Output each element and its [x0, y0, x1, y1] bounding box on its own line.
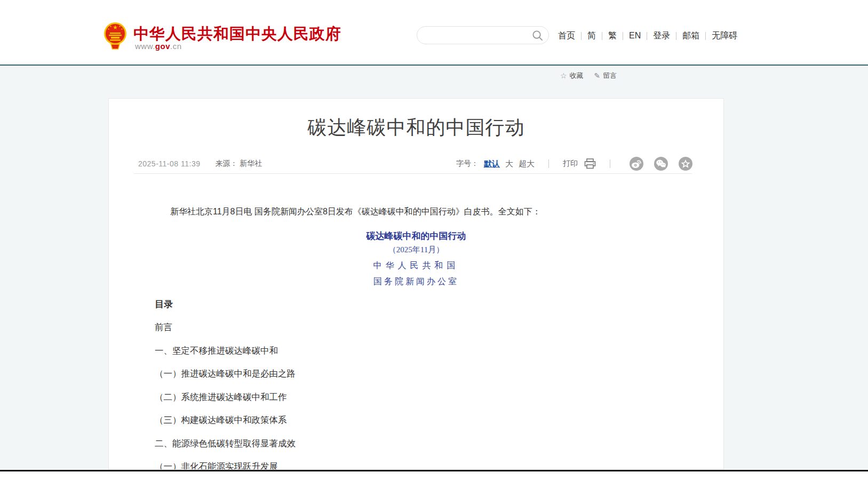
nav-home[interactable]: 首页: [558, 30, 581, 42]
toc-item: 前言: [155, 316, 296, 339]
meta-separator: [610, 159, 610, 168]
meta-divider: [134, 173, 692, 174]
source-value[interactable]: 新华社: [240, 159, 262, 167]
favorite-label: 收藏: [570, 71, 584, 81]
article-card: 碳达峰碳中和的中国行动 2025-11-08 11:39 来源： 新华社 字号：…: [108, 98, 724, 470]
national-emblem-logo[interactable]: [103, 21, 128, 51]
font-size-xlarge[interactable]: 超大: [519, 159, 535, 169]
toc-item: （二）系统推进碳达峰碳中和工作: [155, 386, 296, 409]
font-size-large[interactable]: 大: [505, 159, 513, 169]
search-icon[interactable]: [532, 30, 543, 41]
article-title: 碳达峰碳中和的中国行动: [109, 115, 723, 141]
toc-item: 二、能源绿色低碳转型取得显著成效: [155, 432, 296, 455]
toc-item: （一）非化石能源实现跃升发展: [155, 455, 296, 470]
pencil-icon: ✎: [594, 71, 601, 80]
search-box[interactable]: [417, 26, 549, 44]
weibo-icon: [630, 157, 643, 171]
toc-item: 一、坚定不移推进碳达峰碳中和: [155, 339, 296, 363]
page-actions: ☆ 收藏 ✎ 留言: [560, 71, 617, 81]
page: 中华人民共和国中央人民政府 www.gov.cn 首页 简 繁 EN 登录 邮箱…: [0, 0, 868, 488]
main-area: ☆ 收藏 ✎ 留言 碳达峰碳中和的中国行动 2025-11-08 11:39 来…: [0, 67, 868, 470]
url-prefix: www.: [135, 42, 155, 51]
article-meta-bar: 2025-11-08 11:39 来源： 新华社 字号： 默认 大 超大 打印: [138, 156, 692, 171]
table-of-contents: 前言 一、坚定不移推进碳达峰碳中和 （一）推进碳达峰碳中和是必由之路 （二）系统…: [155, 316, 296, 470]
print-button[interactable]: 打印: [563, 159, 578, 169]
toc-item: （一）推进碳达峰碳中和是必由之路: [155, 362, 296, 386]
top-navigation: 首页 简 繁 EN 登录 邮箱 无障碍: [558, 29, 743, 42]
font-size-label: 字号：: [456, 159, 479, 169]
window-bottom-edge: [0, 470, 868, 471]
nav-login[interactable]: 登录: [647, 30, 676, 42]
nav-traditional[interactable]: 繁: [602, 30, 623, 42]
url-suffix: .cn: [170, 42, 182, 51]
wechat-icon: [654, 157, 668, 171]
site-url[interactable]: www.gov.cn: [135, 42, 182, 51]
toc-item: （三）构建碳达峰碳中和政策体系: [155, 409, 296, 432]
document-date: （2025年11月）: [109, 245, 723, 255]
source-label: 来源：: [215, 159, 237, 167]
font-size-default[interactable]: 默认: [484, 159, 500, 169]
lead-paragraph: 新华社北京11月8日电 国务院新闻办公室8日发布《碳达峰碳中和的中国行动》白皮书…: [153, 204, 693, 219]
document-title: 碳达峰碳中和的中国行动: [109, 230, 723, 242]
printer-icon[interactable]: [584, 158, 596, 169]
nav-english[interactable]: EN: [623, 31, 647, 41]
site-header: 中华人民共和国中央人民政府 www.gov.cn 首页 简 繁 EN 登录 邮箱…: [0, 0, 868, 66]
search-input[interactable]: [426, 29, 527, 42]
document-org-line1: 中华人民共和国: [109, 260, 723, 271]
source: 来源： 新华社: [215, 159, 262, 169]
meta-left: 2025-11-08 11:39 来源： 新华社: [138, 159, 262, 169]
nav-simplified[interactable]: 简: [582, 30, 602, 42]
star-icon: ☆: [560, 71, 567, 80]
weibo-share-button[interactable]: [630, 157, 643, 171]
url-main: gov: [155, 42, 170, 51]
qzone-icon: [679, 157, 692, 171]
meta-right: 字号： 默认 大 超大 打印: [456, 157, 692, 171]
publish-date: 2025-11-08 11:39: [138, 159, 200, 168]
nav-mail[interactable]: 邮箱: [676, 30, 705, 42]
comment-button[interactable]: ✎ 留言: [594, 71, 617, 81]
wechat-share-button[interactable]: [654, 157, 668, 171]
meta-separator: [548, 159, 549, 168]
comment-label: 留言: [603, 71, 617, 81]
toc-heading: 目录: [155, 298, 173, 310]
qzone-share-button[interactable]: [679, 157, 692, 171]
nav-accessibility[interactable]: 无障碍: [706, 30, 743, 42]
national-emblem-icon: [103, 21, 128, 51]
favorite-button[interactable]: ☆ 收藏: [560, 71, 584, 81]
document-org-line2: 国务院新闻办公室: [109, 276, 723, 287]
